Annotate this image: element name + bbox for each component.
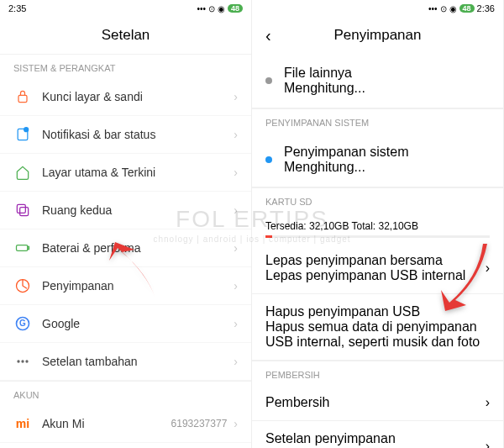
page-title: Setelan [0,17,251,54]
second-space-icon [13,201,32,219]
storage-bar [265,235,490,238]
item-label: Kunci layar & sandi [42,90,234,103]
alarm-icon: ⊙ [440,4,447,13]
item-label: File lainnya [284,66,490,81]
item-label: Akun Mi [42,417,171,430]
battery-icon [13,239,32,257]
item-google[interactable]: G Google › [0,305,251,343]
dot-icon [265,156,272,163]
item-storage-settings[interactable]: Setelan penyimpanan Pilih tempat simpan … [252,421,503,448]
svg-rect-0 [18,95,27,102]
item-home-screen[interactable]: Layar utama & Terkini › [0,154,251,192]
home-icon [13,163,32,182]
chevron-right-icon: › [234,166,238,179]
svg-rect-5 [17,245,28,251]
section-sistem: SISTEM & PERANGKAT [0,54,251,78]
chevron-right-icon: › [234,317,238,330]
sd-availability: Tersedia: 32,10GB Total: 32,10GB [252,212,503,243]
battery-badge: 48 [228,4,243,13]
mi-icon: mi [13,414,32,433]
lock-icon [13,87,32,106]
more-icon [13,352,32,371]
chevron-right-icon: › [234,203,238,217]
status-bar: 2:35 ••• ⊙ ◉ 48 [0,0,251,17]
svg-rect-4 [20,208,29,216]
item-sub: Menghitung... [284,160,490,175]
section-sd-card: KARTU SD [252,187,503,212]
annotation-arrow-left [105,240,164,310]
account-id: 6193237377 [171,418,228,430]
notification-icon [13,125,32,144]
item-other-files[interactable]: File lainnya Menghitung... [252,54,503,108]
item-cleaner[interactable]: Pembersih › [252,385,503,421]
item-lock-screen[interactable]: Kunci layar & sandi › [0,78,251,116]
storage-icon [13,277,32,295]
item-sub: Hapus semua data di penyimpanan USB inte… [265,319,490,350]
google-icon: G [13,314,32,333]
item-second-space[interactable]: Ruang kedua › [0,192,251,229]
item-system-storage[interactable]: Penyimpanan sistem Menghitung... [252,133,503,187]
wifi-icon: ◉ [218,4,225,13]
chevron-right-icon: › [234,241,238,255]
section-akun: AKUN [0,381,251,405]
status-time: 2:35 [8,3,26,13]
svg-text:G: G [19,319,26,328]
svg-point-2 [24,128,29,132]
annotation-arrow-right [437,240,496,319]
item-notifications[interactable]: Notifikasi & bar status › [0,116,251,154]
status-bar: ••• ⊙ ◉ 48 2:36 [252,0,503,17]
back-button[interactable]: ‹ [265,26,271,45]
chevron-right-icon: › [234,355,238,368]
chevron-right-icon: › [234,90,238,103]
item-sync[interactable]: Sinkron › [0,443,251,448]
page-title: ‹ Penyimpanan [252,17,503,54]
dot-icon [265,77,272,84]
svg-rect-3 [17,204,25,213]
chevron-right-icon: › [234,279,238,293]
storage-screen: ••• ⊙ ◉ 48 2:36 ‹ Penyimpanan File lainn… [252,0,504,448]
section-system-storage: PENYIMPANAN SISTEM [252,108,503,133]
section-cleaner: PEMBERSIH [252,361,503,385]
chevron-right-icon: › [486,439,490,448]
item-sub: Menghitung... [284,81,490,96]
item-label: Pembersih [265,395,486,410]
item-label: Setelan tambahan [42,355,234,368]
svg-point-11 [21,360,24,362]
signal-icon: ••• [197,4,206,13]
alarm-icon: ⊙ [208,4,215,13]
signal-icon: ••• [428,4,438,13]
item-label: Google [42,317,234,330]
chevron-right-icon: › [234,417,238,430]
chevron-right-icon: › [486,395,490,410]
svg-point-12 [25,360,28,362]
item-label: Ruang kedua [42,203,234,217]
item-label: Setelan penyimpanan [265,431,486,446]
item-additional[interactable]: Setelan tambahan › [0,343,251,381]
item-label: Notifikasi & bar status [42,128,234,141]
svg-point-10 [17,360,19,362]
wifi-icon: ◉ [449,4,457,13]
chevron-right-icon: › [234,128,238,141]
item-mi-account[interactable]: mi Akun Mi 6193237377 › [0,405,251,443]
battery-badge: 48 [459,4,475,13]
item-label: Penyimpanan sistem [284,145,490,160]
status-time-right: 2:36 [477,3,495,13]
settings-screen: 2:35 ••• ⊙ ◉ 48 Setelan SISTEM & PERANGK… [0,0,252,448]
item-label: Layar utama & Terkini [42,166,234,179]
svg-rect-6 [28,246,29,249]
